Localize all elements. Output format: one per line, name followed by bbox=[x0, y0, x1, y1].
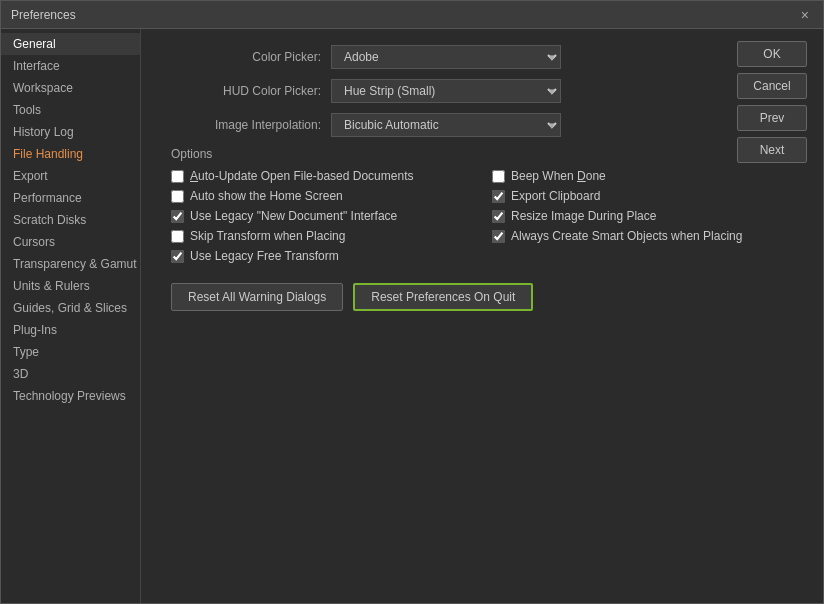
export-clipboard-label[interactable]: Export Clipboard bbox=[511, 189, 600, 203]
options-section: Options Auto-Update Open File-based Docu… bbox=[161, 147, 803, 263]
skip-transform-checkbox[interactable] bbox=[171, 230, 184, 243]
legacy-free-transform-checkbox[interactable] bbox=[171, 250, 184, 263]
sidebar-item-3d[interactable]: 3D bbox=[1, 363, 140, 385]
color-picker-select-wrapper: Adobe bbox=[331, 45, 561, 69]
sidebar: General Interface Workspace Tools Histor… bbox=[1, 29, 141, 603]
options-grid: Auto-Update Open File-based Documents Be… bbox=[161, 169, 803, 263]
image-interpolation-row: Image Interpolation: Bicubic Automatic bbox=[161, 113, 803, 137]
sidebar-item-interface[interactable]: Interface bbox=[1, 55, 140, 77]
checkbox-skip-transform: Skip Transform when Placing bbox=[171, 229, 472, 243]
dialog-body: General Interface Workspace Tools Histor… bbox=[1, 29, 823, 603]
hud-color-picker-row: HUD Color Picker: Hue Strip (Small) bbox=[161, 79, 803, 103]
bottom-buttons-row: Reset All Warning Dialogs Reset Preferen… bbox=[161, 283, 803, 311]
smart-objects-checkbox[interactable] bbox=[492, 230, 505, 243]
preferences-dialog: Preferences × General Interface Workspac… bbox=[0, 0, 824, 604]
cancel-button[interactable]: Cancel bbox=[737, 73, 807, 99]
checkbox-home-screen: Auto show the Home Screen bbox=[171, 189, 472, 203]
image-interpolation-select[interactable]: Bicubic Automatic bbox=[331, 113, 561, 137]
sidebar-item-general[interactable]: General bbox=[1, 33, 140, 55]
resize-image-label[interactable]: Resize Image During Place bbox=[511, 209, 656, 223]
sidebar-item-transparency-gamut[interactable]: Transparency & Gamut bbox=[1, 253, 140, 275]
sidebar-item-units-rulers[interactable]: Units & Rulers bbox=[1, 275, 140, 297]
hud-color-picker-select-wrapper: Hue Strip (Small) bbox=[331, 79, 561, 103]
right-action-buttons: OK Cancel Prev Next bbox=[737, 41, 807, 163]
image-interpolation-label: Image Interpolation: bbox=[161, 118, 321, 132]
sidebar-item-file-handling[interactable]: File Handling bbox=[1, 143, 140, 165]
home-screen-label[interactable]: Auto show the Home Screen bbox=[190, 189, 343, 203]
export-clipboard-checkbox[interactable] bbox=[492, 190, 505, 203]
next-button[interactable]: Next bbox=[737, 137, 807, 163]
main-content: Color Picker: Adobe HUD Color Picker: Hu… bbox=[141, 29, 823, 603]
sidebar-item-cursors[interactable]: Cursors bbox=[1, 231, 140, 253]
legacy-free-transform-label[interactable]: Use Legacy Free Transform bbox=[190, 249, 339, 263]
sidebar-item-export[interactable]: Export bbox=[1, 165, 140, 187]
prev-button[interactable]: Prev bbox=[737, 105, 807, 131]
image-interpolation-select-wrapper: Bicubic Automatic bbox=[331, 113, 561, 137]
ok-button[interactable]: OK bbox=[737, 41, 807, 67]
auto-update-checkbox[interactable] bbox=[171, 170, 184, 183]
legacy-new-doc-checkbox[interactable] bbox=[171, 210, 184, 223]
legacy-new-doc-label[interactable]: Use Legacy "New Document" Interface bbox=[190, 209, 397, 223]
checkbox-legacy-new-doc: Use Legacy "New Document" Interface bbox=[171, 209, 472, 223]
checkbox-smart-objects: Always Create Smart Objects when Placing bbox=[492, 229, 793, 243]
sidebar-item-performance[interactable]: Performance bbox=[1, 187, 140, 209]
auto-update-label[interactable]: Auto-Update Open File-based Documents bbox=[190, 169, 413, 183]
reset-prefs-button[interactable]: Reset Preferences On Quit bbox=[353, 283, 533, 311]
sidebar-item-type[interactable]: Type bbox=[1, 341, 140, 363]
sidebar-item-tools[interactable]: Tools bbox=[1, 99, 140, 121]
home-screen-checkbox[interactable] bbox=[171, 190, 184, 203]
smart-objects-label[interactable]: Always Create Smart Objects when Placing bbox=[511, 229, 742, 243]
color-picker-label: Color Picker: bbox=[161, 50, 321, 64]
close-button[interactable]: × bbox=[797, 6, 813, 24]
hud-color-picker-select[interactable]: Hue Strip (Small) bbox=[331, 79, 561, 103]
checkbox-legacy-free-transform: Use Legacy Free Transform bbox=[171, 249, 472, 263]
beep-label[interactable]: Beep When Done bbox=[511, 169, 606, 183]
beep-checkbox[interactable] bbox=[492, 170, 505, 183]
checkbox-resize-image: Resize Image During Place bbox=[492, 209, 793, 223]
checkbox-auto-update: Auto-Update Open File-based Documents bbox=[171, 169, 472, 183]
color-picker-row: Color Picker: Adobe bbox=[161, 45, 803, 69]
checkbox-export-clipboard: Export Clipboard bbox=[492, 189, 793, 203]
resize-image-checkbox[interactable] bbox=[492, 210, 505, 223]
reset-warnings-button[interactable]: Reset All Warning Dialogs bbox=[171, 283, 343, 311]
title-bar: Preferences × bbox=[1, 1, 823, 29]
skip-transform-label[interactable]: Skip Transform when Placing bbox=[190, 229, 345, 243]
sidebar-item-plug-ins[interactable]: Plug-Ins bbox=[1, 319, 140, 341]
color-picker-select[interactable]: Adobe bbox=[331, 45, 561, 69]
options-label: Options bbox=[171, 147, 803, 161]
sidebar-item-scratch-disks[interactable]: Scratch Disks bbox=[1, 209, 140, 231]
dialog-title: Preferences bbox=[11, 8, 76, 22]
sidebar-item-technology-previews[interactable]: Technology Previews bbox=[1, 385, 140, 407]
sidebar-item-guides-grid-slices[interactable]: Guides, Grid & Slices bbox=[1, 297, 140, 319]
sidebar-item-history-log[interactable]: History Log bbox=[1, 121, 140, 143]
hud-color-picker-label: HUD Color Picker: bbox=[161, 84, 321, 98]
sidebar-item-workspace[interactable]: Workspace bbox=[1, 77, 140, 99]
checkbox-beep: Beep When Done bbox=[492, 169, 793, 183]
